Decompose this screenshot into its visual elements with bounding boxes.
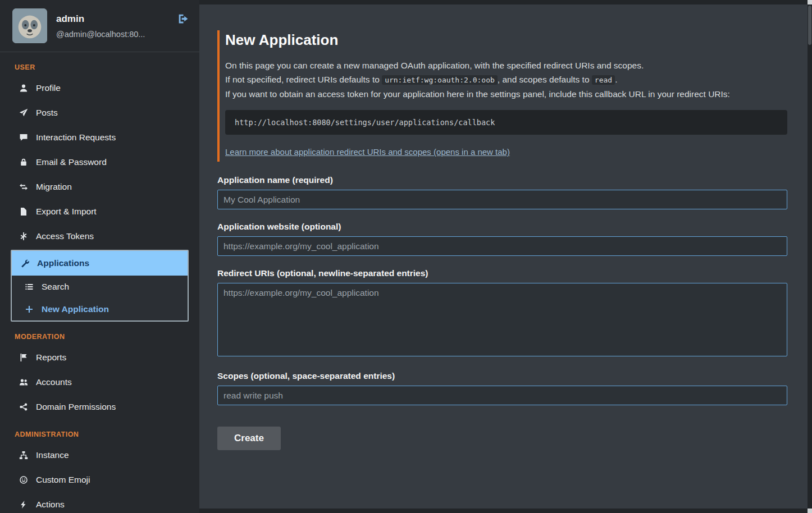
users-icon [19, 378, 29, 387]
sidebar-item-access-tokens[interactable]: Access Tokens [11, 224, 189, 249]
bolt-icon [19, 500, 29, 509]
sidebar-item-search[interactable]: Search [12, 276, 188, 298]
application-website-label: Application website (optional) [217, 222, 787, 232]
flag-icon [19, 353, 29, 362]
scrollbar[interactable] [808, 0, 812, 513]
user-handle: @admin@localhost:80... [56, 30, 168, 39]
applications-submenu: Search New Application [12, 276, 188, 320]
user-meta: admin @admin@localhost:80... [56, 13, 168, 39]
sidebar-item-migration[interactable]: Migration [11, 175, 189, 199]
scrollbar-thumb[interactable] [808, 6, 811, 45]
certificate-icon [19, 232, 29, 241]
sidebar-nav: USER Profile Posts Interaction Requests … [0, 63, 199, 513]
sidebar-item-custom-emoji[interactable]: Custom Emoji [11, 468, 189, 492]
paper-plane-icon [19, 108, 29, 117]
section-label-user: USER [15, 63, 189, 71]
sidebar-item-label: New Application [42, 304, 109, 314]
sidebar-item-label: Applications [37, 258, 89, 268]
inline-code-read: read [592, 75, 615, 85]
sidebar-item-label: Domain Permissions [36, 402, 116, 412]
application-website-field-group: Application website (optional) [217, 222, 787, 256]
application-name-field-group: Application name (required) [217, 175, 787, 209]
application-website-input[interactable] [217, 236, 787, 256]
page-description: On this page you can create a new manage… [225, 58, 787, 101]
sidebar-item-label: Instance [36, 450, 69, 460]
sidebar-item-email-password[interactable]: Email & Password [11, 150, 189, 175]
new-application-form: Application name (required) Application … [217, 175, 787, 450]
sidebar-item-new-application[interactable]: New Application [12, 298, 188, 320]
description-line-3: If you want to obtain an access token fo… [225, 89, 730, 99]
user-name: admin [56, 13, 168, 25]
sidebar-item-interaction-requests[interactable]: Interaction Requests [11, 125, 189, 150]
wrench-icon [20, 259, 30, 268]
sidebar-item-label: Posts [36, 108, 58, 118]
sidebar-item-export-import[interactable]: Export & Import [11, 199, 189, 224]
create-button[interactable]: Create [217, 427, 281, 450]
description-line-1: On this page you can create a new manage… [225, 61, 644, 70]
scopes-input[interactable] [217, 386, 787, 405]
scopes-label: Scopes (optional, space-separated entrie… [217, 371, 787, 381]
learn-more-link[interactable]: Learn more about application redirect UR… [225, 147, 510, 157]
sidebar-item-label: Email & Password [36, 157, 107, 167]
section-label-administration: ADMINISTRATION [15, 430, 189, 438]
main-panel: New Application On this page you can cre… [199, 4, 808, 509]
inline-code-oob: urn:ietf:wg:oauth:2.0:oob [382, 75, 498, 85]
page-header: New Application On this page you can cre… [217, 30, 787, 162]
sidebar-item-profile[interactable]: Profile [11, 76, 189, 100]
scrollbar-down-button[interactable] [808, 509, 812, 513]
sidebar-item-label: Search [42, 282, 69, 292]
sidebar-item-label: Actions [36, 500, 65, 510]
sidebar-item-label: Export & Import [36, 207, 97, 217]
logout-icon[interactable] [177, 13, 189, 27]
smiley-icon [19, 475, 29, 484]
application-name-label: Application name (required) [217, 175, 787, 185]
sidebar-item-label: Reports [36, 352, 66, 363]
sidebar-item-label: Accounts [36, 377, 72, 387]
file-export-icon [19, 207, 29, 216]
sidebar-item-domain-permissions[interactable]: Domain Permissions [11, 395, 189, 419]
sidebar-item-posts[interactable]: Posts [11, 100, 189, 125]
sidebar-item-label: Profile [36, 83, 61, 93]
scopes-field-group: Scopes (optional, space-separated entrie… [217, 371, 787, 405]
transfer-arrows-icon [19, 182, 29, 191]
plus-icon [24, 305, 34, 314]
application-name-input[interactable] [217, 190, 787, 209]
applications-menu-group: Applications Search New Application [11, 250, 189, 322]
redirect-uris-textarea[interactable] [217, 283, 787, 356]
sitemap-icon [19, 451, 29, 460]
sidebar-item-label: Interaction Requests [36, 132, 116, 143]
user-icon [19, 84, 29, 93]
callback-url-code-block: http://localhost:8080/settings/user/appl… [225, 110, 787, 135]
sidebar-item-label: Access Tokens [36, 231, 94, 241]
sidebar-item-instance[interactable]: Instance [11, 443, 189, 468]
comment-icon [19, 133, 29, 142]
share-nodes-icon [19, 402, 29, 411]
scrollbar-up-button[interactable] [808, 0, 812, 4]
section-label-moderation: MODERATION [15, 333, 189, 341]
page-title: New Application [225, 31, 787, 49]
sidebar-item-actions[interactable]: Actions [11, 492, 189, 513]
sidebar: admin @admin@localhost:80... USER Profil… [0, 0, 199, 513]
lock-icon [19, 158, 29, 167]
sidebar-item-label: Migration [36, 182, 72, 192]
avatar [12, 8, 47, 43]
sidebar-item-label: Custom Emoji [36, 475, 90, 485]
user-card[interactable]: admin @admin@localhost:80... [0, 0, 199, 52]
sidebar-item-accounts[interactable]: Accounts [11, 370, 189, 395]
sidebar-item-reports[interactable]: Reports [11, 345, 189, 370]
sidebar-item-applications[interactable]: Applications [12, 251, 188, 276]
description-line-2: If not specified, redirect URIs defaults… [225, 75, 382, 84]
redirect-uris-label: Redirect URIs (optional, newline-separat… [217, 268, 787, 278]
list-icon [24, 282, 34, 291]
redirect-uris-field-group: Redirect URIs (optional, newline-separat… [217, 268, 787, 359]
